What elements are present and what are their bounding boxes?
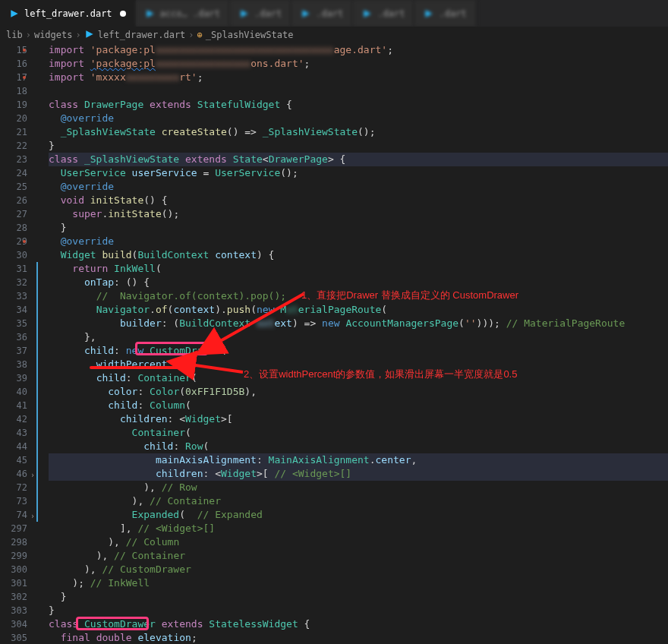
tab-label: .dart bbox=[254, 8, 282, 19]
fold-icon[interactable]: › bbox=[30, 469, 35, 482]
code-line: }, bbox=[49, 330, 668, 344]
breadcrumb-seg: left_drawer.dart bbox=[98, 30, 186, 40]
code-line: child: Container( bbox=[49, 371, 668, 385]
code-line: ), // Row bbox=[49, 481, 668, 494]
code-line: onTap: () { bbox=[49, 276, 668, 289]
code-line: Navigator.of(context).push(new MxterialP… bbox=[49, 303, 668, 317]
tab-blurred-4[interactable]: .dart bbox=[353, 0, 414, 27]
code-line: @override bbox=[49, 180, 668, 194]
code-line: // Navigator.of(context).pop(); bbox=[49, 289, 668, 303]
tab-label: .dart bbox=[439, 8, 466, 19]
breadcrumb-seg: widgets bbox=[34, 30, 73, 40]
fold-icon[interactable]: › bbox=[30, 510, 35, 523]
code-line: import 'package:plxxxxxxxxxxxxxxxxons.da… bbox=[49, 57, 668, 71]
dart-icon bbox=[145, 8, 156, 19]
dart-icon bbox=[424, 8, 434, 19]
annotation-underline bbox=[90, 366, 188, 369]
code-line: ); // InkWell bbox=[49, 576, 668, 590]
code-line: Container( bbox=[49, 426, 668, 440]
tab-label: .dart bbox=[316, 8, 343, 19]
breadcrumb-seg: _SplashViewState bbox=[206, 30, 294, 40]
code-line: class _SplashViewState extends State<Dra… bbox=[49, 153, 668, 166]
class-icon: ⊕ bbox=[197, 30, 203, 40]
code-line: @override bbox=[49, 112, 668, 125]
code-line: child: Row( bbox=[49, 440, 668, 453]
code-line: super.initState(); bbox=[49, 207, 668, 221]
code-line: return InkWell( bbox=[49, 262, 668, 276]
dart-icon bbox=[239, 8, 250, 19]
code-line: children: <Widget>[ // <Widget>[] bbox=[49, 467, 668, 481]
code-editor[interactable]: 15 16 17 18 19 20 21 22 23 24 25 26 27 2… bbox=[0, 43, 668, 644]
tab-label: acco… .dart bbox=[160, 8, 220, 19]
tab-label: .dart bbox=[377, 8, 405, 19]
tab-blurred-3[interactable]: .dart bbox=[291, 0, 353, 27]
code-line: children: <Widget>[ bbox=[49, 412, 668, 426]
breadcrumb-seg: lib bbox=[6, 30, 23, 40]
code-line: ), // CustomDrawer bbox=[49, 563, 668, 576]
chevron-right-icon: › bbox=[188, 30, 194, 40]
tab-blurred-5[interactable]: .dart bbox=[414, 0, 476, 27]
chevron-right-icon: › bbox=[26, 30, 31, 40]
code-line: } bbox=[49, 590, 668, 604]
code-line: import 'mxxxxxxxxxxxxxrt'; bbox=[49, 71, 668, 84]
code-line: } bbox=[49, 139, 668, 153]
code-line: Widget build(BuildContext context) { bbox=[49, 248, 668, 262]
code-line: ), // Container bbox=[49, 494, 668, 508]
code-line: Expanded( // Expanded bbox=[49, 508, 668, 522]
code-line: class DrawerPage extends StatefulWidget … bbox=[49, 98, 668, 112]
breadcrumb[interactable]: lib › widgets › left_drawer.dart › ⊕ _Sp… bbox=[0, 27, 668, 43]
code-line: void initState() { bbox=[49, 194, 668, 207]
code-line: widthPercent:0.5, bbox=[49, 358, 668, 371]
code-line: ), // Container bbox=[49, 549, 668, 563]
code-line bbox=[49, 84, 668, 98]
code-line: final double elevation; bbox=[49, 631, 668, 644]
code-line: builder: (BuildContext xxtext) => new Ac… bbox=[49, 317, 668, 330]
code-line: ), // Column bbox=[49, 535, 668, 549]
code-line: } bbox=[49, 221, 668, 235]
tab-label: left_drawer.dart bbox=[24, 8, 112, 19]
tab-blurred-2[interactable]: .dart bbox=[230, 0, 291, 27]
code-line: } bbox=[49, 604, 668, 617]
dart-icon bbox=[9, 8, 20, 19]
modified-dot-icon bbox=[120, 11, 126, 17]
chevron-right-icon: › bbox=[76, 30, 81, 40]
dart-icon bbox=[301, 8, 311, 19]
dart-icon bbox=[362, 8, 373, 19]
code-content[interactable]: import 'package:plxxxxxxxxxxxxxxxxxxxxxx… bbox=[38, 43, 668, 644]
tab-blurred-1[interactable]: acco… .dart bbox=[136, 0, 230, 27]
code-line: class CustomDrawer extends StatelessWidg… bbox=[49, 617, 668, 631]
line-gutter: 15 16 17 18 19 20 21 22 23 24 25 26 27 2… bbox=[0, 43, 38, 644]
code-line: _SplashViewState createState() => _Splas… bbox=[49, 125, 668, 139]
code-line: color: Color(0xFF1F1D5B), bbox=[49, 385, 668, 399]
tab-left-drawer[interactable]: left_drawer.dart bbox=[0, 0, 136, 27]
code-line: ], // <Widget>[] bbox=[49, 522, 668, 535]
code-line: import 'package:plxxxxxxxxxxxxxxxxxxxxxx… bbox=[49, 43, 668, 57]
code-line: mainAxisAlignment: MainAxisAlignment.cen… bbox=[49, 453, 668, 467]
code-line: UserService userService = UserService(); bbox=[49, 166, 668, 180]
editor-tabs: left_drawer.dart acco… .dart .dart .dart… bbox=[0, 0, 668, 27]
code-line: child: new CustomDrawer( bbox=[49, 344, 668, 358]
code-line: child: Column( bbox=[49, 399, 668, 412]
dart-icon bbox=[84, 29, 95, 42]
code-line: @override bbox=[49, 235, 668, 248]
